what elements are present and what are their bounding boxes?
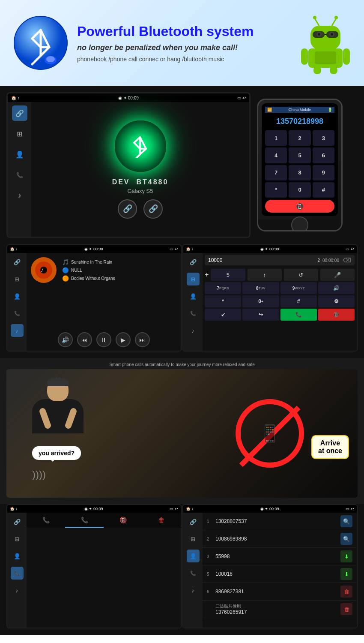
dp-sidebar-person[interactable]: 👤 — [187, 290, 200, 303]
dp-9[interactable]: 9WXYZ — [280, 282, 317, 294]
phone-key-5[interactable]: 5 — [289, 147, 310, 163]
music-sidebar-phone[interactable]: 📞 — [11, 307, 24, 320]
tab-incoming[interactable]: 📞 — [27, 513, 65, 528]
contact-num-1: 1 — [207, 519, 215, 524]
track-1-title: Sunshine In The Rain — [71, 260, 112, 264]
svg-rect-19 — [313, 66, 321, 74]
dp-sidebar-link[interactable]: 🔗 — [187, 255, 200, 268]
phone-key-9[interactable]: 9 — [313, 165, 334, 180]
contact-action-4[interactable]: ⬇ — [340, 568, 352, 580]
prev-btn[interactable]: ⏮ — [77, 332, 92, 347]
contact-action-1[interactable]: 🔍 — [340, 515, 352, 527]
music-sidebar-link[interactable]: 🔗 — [11, 255, 24, 268]
bt-action-buttons: 🔗 🔗 — [118, 199, 163, 219]
dp-sidebar-grid[interactable]: ⊞ — [187, 273, 200, 285]
status-left: 🏠 ♪ — [11, 96, 20, 100]
tab-delete[interactable]: 🗑 — [142, 513, 181, 528]
phone-key-1[interactable]: 1 — [265, 130, 287, 146]
cl-sidebar-grid[interactable]: ⊞ — [11, 532, 24, 545]
play-btn[interactable]: ▶ — [116, 332, 131, 347]
dual-screen-section: 🏠 ♪ ◉ ✦ 00:08 ▭ ↩ 🔗 ⊞ 👤 📞 ♪ — [0, 244, 364, 358]
bt-features: phonebook /phone call connec or hang /bl… — [77, 56, 291, 63]
ct-sidebar-link[interactable]: 🔗 — [187, 515, 200, 528]
cl-sidebar-link[interactable]: 🔗 — [11, 515, 24, 528]
phone-key-2[interactable]: 2 — [289, 130, 310, 146]
svg-rect-18 — [343, 48, 350, 65]
volume-btn[interactable]: 🔊 — [58, 332, 73, 347]
contact-action-3[interactable]: ⬇ — [340, 550, 352, 562]
dp-sidebar-phone[interactable]: 📞 — [187, 307, 200, 320]
tab-missed[interactable]: 📵 — [104, 513, 142, 528]
sidebar-link[interactable]: 🔗 — [12, 105, 27, 121]
pause-btn[interactable]: ⏸ — [96, 332, 111, 347]
dialpad-input: 10000 2 00:00:00 ⌫ — [205, 255, 355, 265]
phone-key-6[interactable]: 6 — [313, 147, 334, 163]
person-up-key[interactable]: ↑ — [248, 269, 282, 281]
phone-key-hash[interactable]: # — [313, 182, 334, 198]
track-3-title: Bodies Without Organs — [71, 276, 115, 281]
phone-key-8[interactable]: 8 — [289, 165, 310, 180]
plus-btn[interactable]: + — [205, 271, 209, 279]
bt-disconnect-btn[interactable]: 🔗 — [143, 199, 163, 219]
dp-7[interactable]: 7PQRS — [205, 282, 241, 294]
phone-key-3[interactable]: 3 — [313, 130, 334, 146]
ct-sidebar-music[interactable]: ♪ — [187, 584, 200, 597]
driver-body — [32, 378, 84, 433]
sidebar-person[interactable]: 👤 — [12, 147, 27, 162]
phone-call-button[interactable]: 📵 — [265, 200, 334, 213]
dp-0[interactable]: 0+ — [242, 295, 279, 307]
ct-sidebar-phone[interactable]: 📞 — [187, 567, 200, 580]
sidebar-music[interactable]: ♪ — [12, 188, 27, 203]
dp-8[interactable]: 8TUV — [242, 282, 279, 294]
dp-call-red[interactable]: 📵 — [318, 309, 355, 321]
dp-person-down[interactable]: ↙ — [205, 309, 241, 321]
contact-action-5[interactable]: 🗑 — [340, 586, 352, 598]
bt-subtitle: no longer be penalized when you make cal… — [77, 43, 291, 52]
backspace-btn[interactable]: ⌫ — [343, 257, 351, 264]
dp-sidebar-music[interactable]: ♪ — [187, 324, 200, 337]
dp-star[interactable]: * — [205, 295, 241, 307]
dp-transfer2[interactable]: ↪ — [242, 309, 279, 321]
phone-key-0[interactable]: 0 — [289, 182, 310, 198]
ct-sidebar-grid[interactable]: ⊞ — [187, 532, 200, 545]
transfer-key[interactable]: ↺ — [284, 269, 318, 281]
bt-connect-btn[interactable]: 🔗 — [118, 199, 137, 219]
call-log-sidebar: 🔗 ⊞ 👤 📞 ♪ — [7, 513, 27, 628]
phone-screen: 📶 China Mobile 🔋 13570218998 1 2 3 4 5 6… — [262, 103, 338, 216]
next-btn[interactable]: ⏭ — [135, 332, 150, 347]
dp-settings[interactable]: ⚙ — [318, 295, 355, 307]
contact-action-2[interactable]: 🔍 — [340, 533, 352, 545]
bt-title: Powerful Bluetooth system — [77, 23, 291, 39]
music-sidebar-grid[interactable]: ⊞ — [11, 273, 24, 285]
number-5-key[interactable]: 5 — [211, 269, 245, 281]
track-2-title: NULL — [71, 268, 82, 273]
dp-call-green[interactable]: 📞 — [280, 309, 317, 321]
digit-counter: 2 — [318, 258, 320, 263]
cl-sidebar-phone[interactable]: 📞 — [11, 567, 24, 580]
phone-person-icon: 📱 — [259, 424, 280, 444]
dp-vol[interactable]: 🔊 — [318, 282, 355, 294]
phone-key-4[interactable]: 4 — [265, 147, 287, 163]
call-log-main: 📞 📞 📵 🗑 — [27, 513, 181, 628]
driving-section: Smart phone calls automatically to make … — [0, 358, 364, 504]
bluetooth-logo — [13, 15, 69, 71]
phone-home-button[interactable] — [291, 216, 308, 232]
svg-point-3 — [46, 56, 55, 62]
music-sidebar-person[interactable]: 👤 — [11, 290, 24, 303]
call-tabs: 📞 📞 📵 🗑 — [27, 513, 181, 528]
cl-sidebar-person[interactable]: 👤 — [11, 550, 24, 562]
svg-line-12 — [315, 18, 319, 26]
dp-hash[interactable]: # — [280, 295, 317, 307]
contact-action-6[interactable]: 🗑 — [340, 603, 352, 615]
sidebar-phone[interactable]: 📞 — [12, 167, 27, 183]
sidebar-grid[interactable]: ⊞ — [12, 126, 27, 141]
arrive-bubble: Arriveat once — [311, 435, 349, 459]
tab-outgoing[interactable]: 📞 — [65, 513, 104, 528]
mic-key[interactable]: 🎤 — [320, 269, 355, 281]
music-sidebar-music[interactable]: ♪ — [11, 324, 24, 337]
cl-sidebar-music[interactable]: ♪ — [11, 584, 24, 597]
contacts-body: 🔗 ⊞ 👤 📞 ♪ 1 13028807537 🔍 2 10086989898 … — [183, 513, 357, 628]
phone-key-7[interactable]: 7 — [265, 165, 287, 180]
phone-key-star[interactable]: * — [265, 182, 287, 198]
ct-sidebar-person[interactable]: 👤 — [187, 550, 200, 562]
